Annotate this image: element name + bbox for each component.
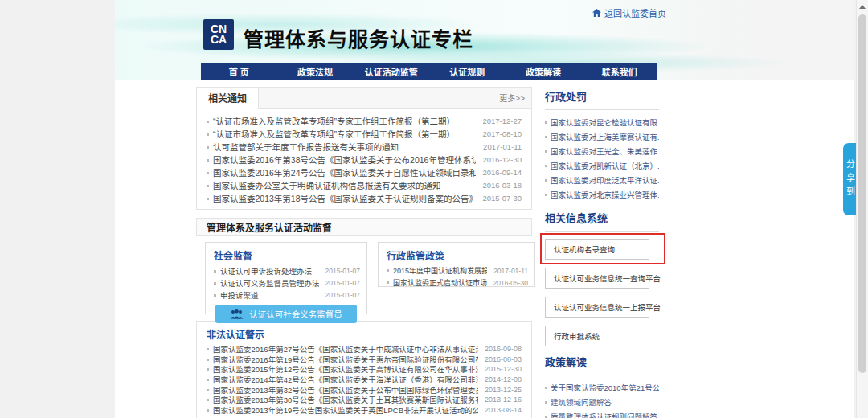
- list-item[interactable]: 国家认监委2016年第24号公告《国家认监委关于自愿性认证领域目录和资质...2…: [207, 166, 522, 178]
- penalty-link[interactable]: 国家认监委对北京操业兴管理体...: [545, 188, 659, 203]
- nav-contact-us[interactable]: 联系我们: [581, 63, 657, 80]
- info-system-buttons: 认证机构名录查询 认证认可业务信息统一查询平台 认证认可业务信息统一上报平台 行…: [545, 239, 659, 346]
- info-systems-section: 相关信息系统 认证机构名录查询 认证认可业务信息统一查询平台 认证认可业务信息统…: [545, 210, 659, 346]
- announcement-date: 2016-08-03: [485, 355, 522, 363]
- section-banner: 管理体系及服务认证活动监督: [196, 218, 532, 236]
- nav-home[interactable]: 首 页: [201, 63, 277, 80]
- volunteer-supervisor-label[interactable]: 认证认可社会义务监督员: [249, 308, 342, 320]
- doc-link[interactable]: 认证认可申诉投诉处理办法: [214, 265, 312, 277]
- announcement-date: 2013-12-16: [485, 395, 522, 404]
- site-page: 返回认监委首页 CN CA 管理体系与服务认证专栏 首 页 政策法规 认证活动监…: [115, 0, 854, 418]
- notice-link[interactable]: 国家认监委办公室关于明确认证机构信息报送有关要求的通知: [207, 179, 441, 191]
- list-item[interactable]: 申投诉渠道2015-01-07: [214, 289, 360, 301]
- cnca-logo: CN CA: [203, 19, 234, 50]
- admin-approval-system-button[interactable]: 行政审批系统: [545, 326, 649, 346]
- notice-date: 2016-03-18: [482, 181, 522, 190]
- announcement-link[interactable]: 国家认监委2013年第32号公告《国家认监委关于公布中国国际绿色环保管理委员会、…: [207, 384, 478, 395]
- notice-link[interactable]: 国家认监委2013年第18号公告《国家认监委关于认证规则备案的公告》: [207, 192, 476, 204]
- nav-policies[interactable]: 政策法规: [277, 63, 354, 80]
- nav-certification-rules[interactable]: 认证规则: [429, 63, 506, 80]
- return-home-link[interactable]: 返回认监委首页: [592, 6, 666, 19]
- list-item[interactable]: 国家认监委2016年第38号公告《国家认监委关于公布2016年管理体系认证组..…: [207, 153, 522, 166]
- list-item[interactable]: 国家认监委2013年第19号公告国家认监委关于英国LPCB非法开展认证活动的公告…: [207, 405, 522, 416]
- unified-report-platform-button[interactable]: 认证认可业务信息统一上报平台: [545, 297, 649, 318]
- announcement-link[interactable]: 国家认监委2015年第12号公告《国家认监委关于高博认证有限公司在华从事非法认证…: [207, 364, 478, 375]
- doc-link[interactable]: 2015年度中国认证机构发展报告: [387, 265, 487, 276]
- list-item[interactable]: 国家认监委2016年第27号公告《国家认监委关于中成减认证中心非法从事认证活动的…: [207, 344, 522, 354]
- admin-policy-panel: 行政监管政策 2015年度中国认证机构发展报告2017-01-11 国家认监委正…: [378, 242, 535, 287]
- list-item[interactable]: 国家认监委2013年第18号公告《国家认监委关于认证规则备案的公告》2015-0…: [207, 191, 522, 204]
- notice-date: 2017-01-11: [483, 142, 522, 151]
- notice-link[interactable]: 国家认监委2016年第24号公告《国家认监委关于自愿性认证领域目录和资质...: [207, 166, 476, 178]
- notice-date: 2017-08-10: [482, 129, 522, 138]
- scrollbar-thumb[interactable]: [858, 14, 866, 373]
- nav-activity-supervision[interactable]: 认证活动监管: [353, 63, 429, 80]
- doc-link[interactable]: 国家认监委正式启动认证市场监督检...: [387, 277, 487, 288]
- penalties-list: 国家认监委对昆仑检验认证有限... 国家认监委对上海美摩赛认证有... 国家认监…: [545, 116, 659, 203]
- penalty-link[interactable]: 国家认监委对上海美摩赛认证有...: [545, 130, 659, 145]
- penalty-link[interactable]: 国家认监委对王光全、朱美莲作...: [545, 145, 659, 159]
- list-item[interactable]: 国家认监委2014年第42号公告《国家认监委关于海洋认证（香港）有限公司非法开展…: [207, 375, 522, 385]
- penalty-link[interactable]: 国家认监委对印度泛太平洋认证...: [545, 174, 659, 188]
- list-item[interactable]: 国家认监委2013年第30号公告《国家认监委关于土耳其狄赛莱斯国际认证服务有限公…: [207, 395, 522, 405]
- notices-list: “认证市场准入及监管改革专项组”专家工作组工作简报（第二期）2017-12-27…: [207, 114, 522, 204]
- interpretation-link[interactable]: 质量管理体系认证规则问题解答: [545, 410, 659, 418]
- list-item[interactable]: 国家认监委2016年第19号公告《国家认监委关于惠尔帝国际验证股份有限公司在华从…: [207, 354, 522, 365]
- doc-date: 2016-05-30: [493, 279, 528, 287]
- browser-scrollbar[interactable]: [856, 0, 868, 418]
- list-item[interactable]: 认可监管部关于年度工作报告报送有关事项的通知2017-01-11: [207, 140, 522, 153]
- notices-more-link[interactable]: 更多>>: [499, 92, 531, 104]
- list-item[interactable]: 2015年度中国认证机构发展报告2017-01-11: [387, 264, 528, 277]
- penalty-link[interactable]: 国家认监委对昆仑检验认证有限...: [545, 116, 659, 130]
- announcement-date: 2013-12-25: [485, 386, 522, 394]
- list-item[interactable]: 国家认监委正式启动认证市场监督检...2016-05-30: [387, 277, 528, 289]
- list-item[interactable]: “认证市场准入及监管改革专项组”专家工作组工作简报（第二期）2017-12-27: [207, 114, 522, 127]
- list-item[interactable]: “认证市场准入及监管改革专项组”专家工作组工作简报（第一期）2017-08-10: [207, 127, 522, 140]
- announcement-link[interactable]: 国家认监委2016年第27号公告《国家认监委关于中成减认证中心非法从事认证活动的…: [207, 344, 478, 354]
- volunteer-supervisor-button[interactable]: 认证认可社会义务监督员: [215, 305, 357, 323]
- list-item[interactable]: 国家认监委2013年第32号公告《国家认监委关于公布中国国际绿色环保管理委员会、…: [207, 384, 522, 395]
- notice-link[interactable]: “认证市场准入及监管改革专项组”专家工作组工作简报（第二期）: [207, 115, 455, 127]
- nav-policy-interpretation[interactable]: 政策解读: [506, 63, 582, 80]
- announcement-date: 2013-08-14: [485, 406, 522, 414]
- notice-date: 2017-12-27: [482, 117, 522, 125]
- list-item[interactable]: 国家认监委办公室关于明确认证机构信息报送有关要求的通知2016-03-18: [207, 178, 522, 191]
- doc-link[interactable]: 申投诉渠道: [214, 289, 259, 301]
- social-supervision-list: 认证认可申诉投诉处理办法2015-01-07 认证认可义务监督员管理办法2015…: [214, 264, 360, 301]
- penalty-link[interactable]: 国家认监委对凯新认证（北京）...: [545, 159, 659, 174]
- content-area: 相关通知 更多>> “认证市场准入及监管改革专项组”专家工作组工作简报（第二期）…: [115, 80, 854, 418]
- main-column: 相关通知 更多>> “认证市场准入及监管改革专项组”专家工作组工作简报（第二期）…: [196, 87, 535, 418]
- return-home-label[interactable]: 返回认监委首页: [604, 6, 666, 19]
- illegal-certification-list: 国家认监委2016年第27号公告《国家认监委关于中成减认证中心非法从事认证活动的…: [207, 344, 522, 415]
- notice-link[interactable]: “认证市场准入及监管改革专项组”专家工作组工作简报（第一期）: [207, 128, 455, 140]
- notice-link[interactable]: 认可监管部关于年度工作报告报送有关事项的通知: [207, 141, 399, 153]
- home-icon: [592, 9, 601, 17]
- list-item[interactable]: 国家认监委2015年第12号公告《国家认监委关于高博认证有限公司在华从事非法认证…: [207, 364, 522, 375]
- announcement-date: 2016-09-08: [485, 345, 522, 353]
- doc-date: 2015-01-07: [326, 279, 360, 287]
- notices-title-tab[interactable]: 相关通知: [197, 88, 259, 109]
- list-item[interactable]: 认证认可申诉投诉处理办法2015-01-07: [214, 264, 360, 277]
- announcement-link[interactable]: 国家认监委2013年第19号公告国家认监委关于英国LPCB非法开展认证活动的公告: [207, 405, 478, 416]
- sidebar: 行政处罚 国家认监委对昆仑检验认证有限... 国家认监委对上海美摩赛认证有...…: [545, 88, 659, 418]
- announcement-link[interactable]: 国家认监委2013年第30号公告《国家认监委关于土耳其狄赛莱斯国际认证服务有限公…: [207, 395, 478, 405]
- social-supervision-title: 社会监督: [214, 248, 366, 262]
- doc-date: 2015-01-07: [326, 291, 360, 299]
- cert-body-directory-button[interactable]: 认证机构名录查询: [545, 239, 649, 260]
- announcement-link[interactable]: 国家认监委2014年第42号公告《国家认监委关于海洋认证（香港）有限公司非法开展…: [207, 375, 478, 385]
- interpretation-link[interactable]: 建筑领域问题解答: [545, 395, 659, 410]
- main-nav: 首 页 政策法规 认证活动监管 认证规则 政策解读 联系我们: [201, 63, 657, 80]
- interpretation-link[interactable]: 关于国家认监委2010年第21号公...: [545, 381, 659, 395]
- notice-date: 2015-07-30: [482, 194, 522, 203]
- notices-header: 相关通知 更多>>: [197, 88, 531, 109]
- doc-link[interactable]: 认证认可义务监督员管理办法: [214, 277, 319, 289]
- policy-interpretation-title: 政策解读: [545, 354, 659, 375]
- policy-interpretation-list: 关于国家认监委2010年第21号公... 建筑领域问题解答 质量管理体系认证规则…: [545, 381, 659, 418]
- supervision-panels: 社会监督 认证认可申诉投诉处理办法2015-01-07 认证认可义务监督员管理办…: [205, 242, 535, 314]
- unified-query-platform-button[interactable]: 认证认可业务信息统一查询平台: [545, 268, 649, 289]
- notice-link[interactable]: 国家认监委2016年第38号公告《国家认监委关于公布2016年管理体系认证组..…: [207, 154, 476, 166]
- list-item[interactable]: 认证认可义务监督员管理办法2015-01-07: [214, 277, 360, 289]
- announcement-link[interactable]: 国家认监委2016年第19号公告《国家认监委关于惠尔帝国际验证股份有限公司在华从…: [207, 354, 478, 365]
- share-to-tab[interactable]: 分享到: [843, 143, 857, 215]
- scroll-up-arrow-icon[interactable]: [859, 5, 866, 9]
